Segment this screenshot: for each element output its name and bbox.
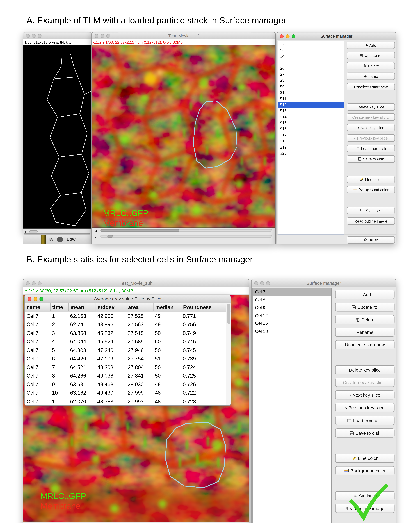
show-labels-checkbox[interactable]: Show labels xyxy=(312,243,341,244)
stats-row[interactable]: Cell7 2 62.741 43.995 27.563 49 0.756 xyxy=(25,320,231,329)
stats-row[interactable]: Cell7 5 64.308 47.246 27.946 50 0.745 xyxy=(25,346,231,354)
z-slider-thumb[interactable] xyxy=(107,235,113,237)
add-button[interactable]: + Add xyxy=(335,290,395,299)
close-button[interactable] xyxy=(254,281,258,285)
stats-row[interactable]: Cell7 8 64.266 49.033 27.841 50 0.725 xyxy=(25,371,231,380)
delete-key-slice-button[interactable]: Delete key slice xyxy=(347,103,395,111)
stats-row[interactable]: Cell7 7 64.521 48.303 27.804 50 0.724 xyxy=(25,363,231,371)
download-icon[interactable]: ↓ xyxy=(57,237,63,242)
slice-list-item[interactable]: S5 xyxy=(278,59,344,65)
stats-header-cell[interactable]: stddev xyxy=(96,303,126,311)
slice-list-item[interactable]: S19 xyxy=(278,144,344,150)
zoom-button[interactable] xyxy=(106,34,110,38)
create-new-key-slice-button[interactable]: Create new key slic… xyxy=(347,113,395,121)
slice-list-item[interactable]: S10 xyxy=(278,90,344,96)
play-icon[interactable]: ▶ xyxy=(25,230,27,233)
delete-button[interactable]: Delete xyxy=(347,62,395,69)
stats-scrollbar-thumb[interactable] xyxy=(227,303,230,324)
cell-list-item[interactable]: Cell12 xyxy=(253,312,331,320)
cell-list-item[interactable]: Cell9 xyxy=(253,304,331,312)
movie-window-a-titlebar[interactable]: Test_Movie_1.tif xyxy=(92,33,275,40)
add-button[interactable]: + Add xyxy=(347,41,395,49)
slice-list-item[interactable]: S17 xyxy=(278,132,344,138)
minimize-button[interactable] xyxy=(100,34,104,38)
stats-header-cell[interactable]: time xyxy=(50,303,68,311)
rename-button[interactable]: Rename xyxy=(335,328,395,337)
close-button[interactable] xyxy=(26,281,30,285)
zoom-button[interactable] xyxy=(291,34,295,38)
save-to-disk-button[interactable]: Save to disk xyxy=(335,428,395,438)
slice-list-item[interactable]: S13 xyxy=(278,108,344,114)
slice-list-item[interactable]: S16 xyxy=(278,126,344,132)
stats-row[interactable]: Cell7 11 62.070 48.383 27.993 48 0.728 xyxy=(25,397,231,405)
slice-list-item[interactable]: S20 xyxy=(278,150,344,156)
surface-manager-b-titlebar[interactable]: Surface manager xyxy=(251,279,396,287)
show-all-checkbox[interactable]: Show all xyxy=(281,243,303,244)
line-color-button[interactable]: Line color xyxy=(347,176,395,183)
stats-header-cell[interactable]: mean xyxy=(68,303,96,311)
surface-manager-a-titlebar[interactable]: Surface manager xyxy=(277,33,396,40)
update-roi-button[interactable]: Update roi xyxy=(335,302,395,312)
outline-canvas[interactable] xyxy=(23,45,91,229)
c-slider-thumb[interactable] xyxy=(100,229,179,232)
background-color-button[interactable]: Background color xyxy=(335,466,395,475)
close-button[interactable] xyxy=(95,34,98,38)
stats-row[interactable]: Cell7 4 64.044 46.524 27.585 50 0.746 xyxy=(25,337,231,346)
next-key-slice-button[interactable]: › Next key slice xyxy=(335,390,395,400)
slice-list-item[interactable]: S9 xyxy=(278,84,344,90)
unselect-start-new-button[interactable]: Unselect / start new xyxy=(335,340,395,349)
outline-window-titlebar[interactable] xyxy=(23,33,91,40)
stats-header-cell[interactable]: median xyxy=(153,303,181,311)
slice-list-item[interactable]: S11 xyxy=(278,96,344,102)
slice-list-item[interactable]: S6 xyxy=(278,65,344,72)
cell-list-item[interactable]: Cell13 xyxy=(253,328,331,335)
unselect-start-new-button[interactable]: Unselect / start new xyxy=(347,83,395,90)
stats-row[interactable]: Cell7 10 63.162 49.430 27.999 48 0.722 xyxy=(25,388,231,397)
movie-window-b-titlebar[interactable]: Test_Movie_1.tif xyxy=(23,279,249,287)
cell-list-item[interactable]: Cell8 xyxy=(253,296,331,304)
slice-list-item[interactable]: S14 xyxy=(278,114,344,120)
stats-row[interactable]: Cell7 9 63.691 49.468 28.030 48 0.726 xyxy=(25,380,231,388)
zoom-button[interactable] xyxy=(38,34,41,38)
read-outline-image-button[interactable]: Read outline image xyxy=(347,217,395,225)
slice-list-item[interactable]: S12 xyxy=(278,102,344,108)
previous-key-slice-button[interactable]: ‹ Previous key slice xyxy=(347,134,395,142)
slice-list-item[interactable]: S2 xyxy=(278,41,344,47)
delete-key-slice-button[interactable]: Delete key slice xyxy=(335,365,395,374)
slice-list-item[interactable]: S8 xyxy=(278,78,344,84)
next-key-slice-button[interactable]: › Next key slice xyxy=(347,124,395,131)
slice-list[interactable]: S2S3S4S5S6S7S8S9S10S11S12S13S14S15S16S17… xyxy=(278,41,344,235)
stats-header-cell[interactable]: Roundness xyxy=(181,303,231,311)
brush-button[interactable]: Brush xyxy=(347,236,395,244)
stats-header-cell[interactable]: name xyxy=(25,303,50,311)
cell-list-item[interactable]: Cell15 xyxy=(253,320,331,328)
stats-row[interactable]: Cell7 3 63.868 45.232 27.515 50 0.749 xyxy=(25,329,231,337)
statistics-button[interactable]: Statistics xyxy=(347,207,395,214)
stats-window-titlebar[interactable]: Average gray value Slice by Slice xyxy=(25,295,231,303)
zoom-button[interactable] xyxy=(38,281,41,285)
c-slider[interactable] xyxy=(100,229,272,232)
slice-list-item[interactable]: S3 xyxy=(278,47,344,53)
create-new-key-slice-button[interactable]: Create new key slic… xyxy=(335,378,395,387)
line-color-button[interactable]: Line color xyxy=(335,454,395,463)
minimize-button[interactable] xyxy=(286,34,290,38)
rename-button[interactable]: Rename xyxy=(347,73,395,80)
stats-row[interactable]: Cell7 1 62.163 42.905 27.525 49 0.771 xyxy=(25,312,231,320)
close-button[interactable] xyxy=(28,297,32,301)
slice-list-item[interactable]: S4 xyxy=(278,53,344,59)
cell-list[interactable]: Cell7Cell8Cell9Cell12Cell15Cell13 xyxy=(252,288,332,523)
download-label[interactable]: Dow xyxy=(67,237,75,242)
stats-scrollbar[interactable] xyxy=(226,303,231,405)
minimize-button[interactable] xyxy=(32,281,36,285)
previous-key-slice-button[interactable]: ‹ Previous key slice xyxy=(335,403,395,412)
background-color-button[interactable]: Background color xyxy=(347,186,395,193)
frame-slider-thumb[interactable] xyxy=(29,230,38,233)
slice-list-item[interactable]: S7 xyxy=(278,72,344,78)
minimize-button[interactable] xyxy=(33,297,37,301)
zoom-button[interactable] xyxy=(266,281,270,285)
close-button[interactable] xyxy=(280,34,284,38)
update-roi-button[interactable]: Update roi xyxy=(347,52,395,59)
stats-header-cell[interactable]: area xyxy=(126,303,153,311)
z-slider[interactable] xyxy=(100,235,272,237)
slice-list-item[interactable]: S18 xyxy=(278,138,344,144)
